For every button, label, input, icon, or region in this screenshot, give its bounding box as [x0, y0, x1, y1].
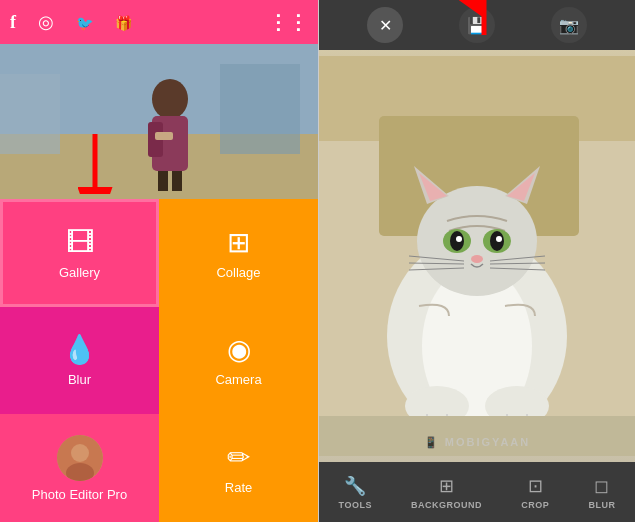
blur-label: Blur [68, 372, 91, 387]
cat-photo: 📱 MOBIGYAAN [319, 50, 635, 462]
collage-icon: ⊞ [227, 226, 250, 259]
close-icon: ✕ [379, 16, 392, 35]
preview-image [0, 44, 318, 199]
svg-rect-2 [0, 74, 60, 154]
left-panel: ⋮ [0, 0, 318, 522]
more-icon[interactable]: ⋮ [268, 10, 308, 34]
editor-top-bar: ✕ 💾 📷 [319, 0, 635, 50]
photo-editor-pro-label: Photo Editor Pro [32, 487, 127, 502]
background-label: BACKGROUND [411, 500, 482, 510]
editor-toolbar: 🔧 TOOLS ⊞ BACKGROUND ⊡ CROP ◻ BLUR [319, 462, 635, 522]
rate-label: Rate [225, 480, 252, 495]
blur-tool-label: BLUR [588, 500, 615, 510]
right-panel: ✕ 💾 📷 [319, 0, 635, 522]
svg-point-31 [456, 236, 462, 242]
tools-icon: 🔧 [344, 475, 366, 497]
crop-label: CROP [521, 500, 549, 510]
crop-icon: ⊡ [528, 475, 543, 497]
svg-point-22 [417, 186, 537, 296]
crop-button[interactable]: ⊡ CROP [511, 469, 559, 516]
facebook-icon[interactable] [10, 12, 16, 33]
tools-label: TOOLS [339, 500, 372, 510]
svg-point-4 [152, 79, 188, 119]
svg-point-32 [496, 236, 502, 242]
svg-rect-9 [172, 171, 182, 191]
tools-button[interactable]: 🔧 TOOLS [329, 469, 382, 516]
photo-preview [0, 44, 318, 199]
photo-editor-pro-button[interactable]: Photo Editor Pro [0, 414, 159, 522]
collage-label: Collage [216, 265, 260, 280]
instagram-icon[interactable] [38, 11, 54, 33]
gallery-button[interactable]: 🎞 Gallery [0, 199, 159, 307]
collage-button[interactable]: ⊞ Collage [159, 199, 318, 307]
svg-text:📱 MOBIGYAAN: 📱 MOBIGYAAN [424, 435, 531, 449]
svg-rect-8 [158, 171, 168, 191]
blur-icon: 💧 [62, 333, 97, 366]
gallery-icon: 🎞 [66, 226, 94, 259]
camera-icon: ◉ [227, 333, 251, 366]
rate-button[interactable]: ✏ Rate [159, 414, 318, 522]
cat-scene-svg: 📱 MOBIGYAAN [319, 50, 635, 462]
svg-point-13 [71, 444, 89, 462]
close-button[interactable]: ✕ [367, 7, 403, 43]
gift-icon[interactable] [115, 12, 132, 33]
blur-tool-icon: ◻ [594, 475, 609, 497]
avatar [57, 435, 103, 481]
svg-rect-7 [155, 132, 173, 140]
svg-point-33 [471, 255, 483, 263]
svg-rect-3 [220, 64, 300, 154]
gallery-label: Gallery [59, 265, 100, 280]
camera-label: Camera [215, 372, 261, 387]
rate-icon: ✏ [227, 441, 250, 474]
camera-button[interactable]: ◉ Camera [159, 307, 318, 415]
background-icon: ⊞ [439, 475, 454, 497]
app-grid: 🎞 Gallery ⊞ Collage 💧 Blur ◉ Camera [0, 199, 318, 522]
share-camera-button[interactable]: 📷 [551, 7, 587, 43]
top-bar: ⋮ [0, 0, 318, 44]
share-camera-icon: 📷 [559, 16, 579, 35]
blur-button[interactable]: 💧 Blur [0, 307, 159, 415]
twitter-icon[interactable] [76, 12, 93, 33]
blur-tool-button[interactable]: ◻ BLUR [578, 469, 625, 516]
arrow-up-indicator [459, 0, 509, 40]
background-button[interactable]: ⊞ BACKGROUND [401, 469, 492, 516]
arrow-down-indicator [75, 129, 130, 194]
